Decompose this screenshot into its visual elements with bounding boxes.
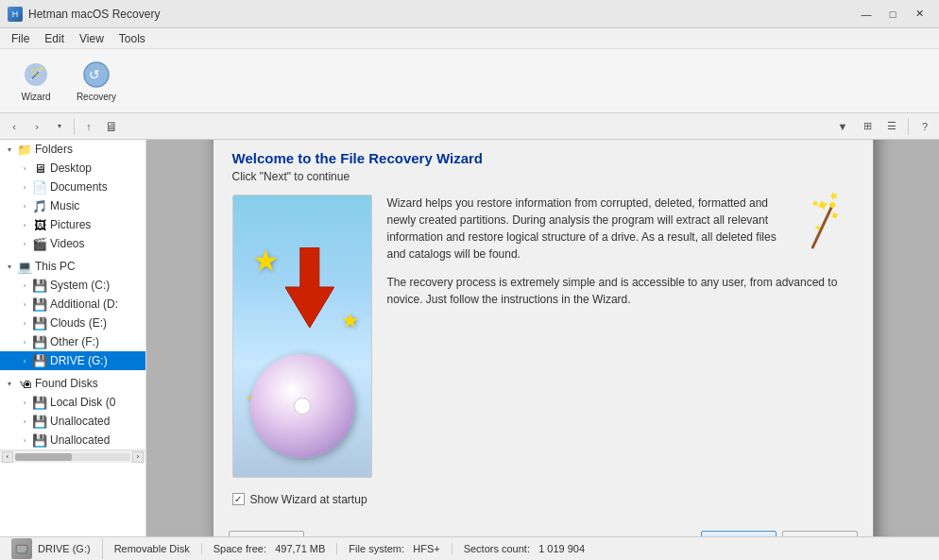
sidebar-item-videos[interactable]: › 🎬 Videos — [0, 234, 145, 253]
sidebar-item-other-f[interactable]: › 💾 Other (F:) — [0, 332, 145, 351]
recovery-label: Recovery — [77, 92, 116, 102]
dialog-content-row: ★ ★ ★ — [232, 195, 854, 478]
svg-text:↺: ↺ — [89, 67, 100, 82]
minimize-button[interactable]: — — [854, 5, 879, 24]
hscroll-track — [15, 453, 130, 461]
sidebar-item-folders-section[interactable]: ▾ 📁 Folders — [0, 140, 145, 159]
show-wizard-label: Show Wizard at startup — [250, 493, 367, 506]
sidebar-item-documents[interactable]: › 📄 Documents — [0, 178, 145, 196]
sidebar-localdisk-label: Local Disk (0 — [50, 396, 115, 409]
star-2-icon: ★ — [341, 309, 360, 333]
nav-bar: ‹ › ▾ ↑ 🖥 ▼ ⊞ ☰ ? — [0, 113, 939, 140]
recovery-icon: ↺ — [81, 59, 111, 90]
sidebar-pictures-label: Pictures — [50, 218, 91, 231]
nav-separator — [74, 118, 75, 135]
thispc-icon: 💻 — [17, 259, 32, 274]
drives-button[interactable]: 🖥 — [101, 116, 122, 137]
hscroll-right[interactable]: › — [132, 451, 144, 463]
dialog-footer: Help Next > Close — [213, 521, 873, 537]
systemc-icon: 💾 — [32, 278, 47, 293]
space-free-value: 497,71 MB — [275, 543, 325, 554]
dialog-text-2: The recovery process is extremely simple… — [387, 274, 854, 308]
sidebar-documents-label: Documents — [50, 180, 108, 194]
localdisk-arrow: › — [17, 395, 32, 410]
sidebar: ▾ 📁 Folders › 🖥 Desktop › 📄 Documents › … — [0, 140, 146, 536]
sidebar-desktop-label: Desktop — [50, 161, 92, 175]
menu-tools[interactable]: Tools — [111, 30, 153, 47]
filter-button[interactable]: ▼ — [832, 116, 853, 137]
unallocated1-icon: 💾 — [32, 414, 47, 429]
sidebar-hscroll: ‹ › — [0, 450, 145, 463]
maximize-button[interactable]: □ — [880, 5, 905, 24]
sidebar-folders-label: Folders — [35, 143, 73, 156]
menu-edit[interactable]: Edit — [37, 30, 72, 47]
status-bar: DRIVE (G:) Removable Disk Space free: 49… — [0, 536, 939, 560]
recovery-button[interactable]: ↺ Recovery — [68, 54, 125, 109]
column-button[interactable]: ☰ — [881, 116, 902, 137]
status-drive-info: DRIVE (G:) — [8, 538, 103, 559]
app-close-button[interactable]: ✕ — [907, 5, 931, 24]
help-nav-button[interactable]: ? — [914, 116, 935, 137]
desktop-icon: 🖥 — [32, 161, 47, 176]
videos-icon: 🎬 — [32, 236, 47, 251]
pictures-icon: 🖼 — [32, 217, 47, 232]
nav-more-button[interactable]: ▾ — [49, 116, 70, 137]
space-free-label: Space free: — [213, 543, 266, 554]
sidebar-item-music[interactable]: › 🎵 Music — [0, 196, 145, 215]
dialog-text-area: ✦ ✦ ✦ ★ ★ Wizard helps you restore infor… — [387, 195, 854, 478]
folders-arrow: ▾ — [2, 142, 17, 157]
forward-button[interactable]: › — [26, 116, 47, 137]
sidebar-item-thispc-section[interactable]: ▾ 💻 This PC — [0, 257, 145, 276]
back-button[interactable]: ‹ — [4, 116, 25, 137]
sidebar-item-system-c[interactable]: › 💾 System (C:) — [0, 276, 145, 295]
sidebar-item-additional[interactable]: › 💾 Additional (D: — [0, 295, 145, 314]
sidebar-item-unallocated1[interactable]: › 💾 Unallocated — [0, 412, 145, 431]
sidebar-systemc-label: System (C:) — [50, 279, 110, 292]
videos-arrow: › — [17, 236, 32, 251]
sidebar-additional-label: Additional (D: — [50, 297, 118, 311]
wizard-image: ★ ★ ★ — [232, 195, 372, 478]
svg-text:🪄: 🪄 — [28, 66, 45, 82]
svg-marker-4 — [284, 247, 333, 328]
help-button[interactable]: Help — [229, 531, 304, 537]
sidebar-item-founddisks-section[interactable]: ▾ 🖲 Found Disks — [0, 374, 145, 393]
cd-disc — [250, 354, 354, 458]
right-panel: File Recovery Wizard ✕ Welcome to the Fi… — [146, 140, 939, 536]
title-bar-controls: — □ ✕ — [854, 5, 931, 24]
systemc-arrow: › — [17, 278, 32, 293]
wizard-icon: 🪄 — [21, 59, 51, 90]
sidebar-thispc-label: This PC — [35, 260, 76, 273]
thispc-arrow: ▾ — [2, 259, 17, 274]
sidebar-item-localdisk[interactable]: › 💾 Local Disk (0 — [0, 393, 145, 412]
unallocated2-icon: 💾 — [32, 433, 47, 448]
sectors-value: 1 019 904 — [538, 543, 585, 554]
sidebar-item-desktop[interactable]: › 🖥 Desktop — [0, 159, 145, 178]
sidebar-item-pictures[interactable]: › 🖼 Pictures — [0, 215, 145, 234]
hscroll-left[interactable]: ‹ — [2, 451, 13, 463]
svg-text:✦: ✦ — [828, 207, 844, 225]
view-button[interactable]: ⊞ — [857, 116, 878, 137]
founddisks-arrow: ▾ — [2, 376, 17, 391]
show-wizard-checkbox[interactable]: ✓ — [232, 493, 245, 505]
status-sectors: Sectors count: 1 019 904 — [452, 543, 596, 554]
close-dialog-button[interactable]: Close — [782, 531, 858, 537]
cd-hole — [294, 398, 311, 415]
wizard-label: Wizard — [21, 92, 50, 102]
pictures-arrow: › — [17, 217, 32, 232]
dialog-overlay: File Recovery Wizard ✕ Welcome to the Fi… — [146, 140, 939, 536]
additional-icon: 💾 — [32, 297, 47, 312]
desktop-arrow: › — [17, 161, 32, 176]
menu-view[interactable]: View — [72, 30, 111, 47]
dialog-body: Welcome to the File Recovery Wizard Clic… — [213, 140, 873, 521]
sidebar-item-unallocated2[interactable]: › 💾 Unallocated — [0, 431, 145, 450]
sidebar-item-drive-g[interactable]: › 💾 DRIVE (G:) — [0, 351, 145, 370]
menu-file[interactable]: File — [4, 30, 37, 47]
next-button[interactable]: Next > — [701, 531, 777, 537]
sidebar-item-clouds-e[interactable]: › 💾 Clouds (E:) — [0, 314, 145, 332]
filesystem-label: File system: — [349, 543, 404, 554]
menu-bar: File Edit View Tools — [0, 28, 939, 49]
otherf-icon: 💾 — [32, 334, 47, 349]
wizard-button[interactable]: 🪄 Wizard — [8, 54, 64, 109]
dialog-text-1: Wizard helps you restore information fro… — [387, 195, 854, 263]
up-button[interactable]: ↑ — [78, 116, 99, 137]
